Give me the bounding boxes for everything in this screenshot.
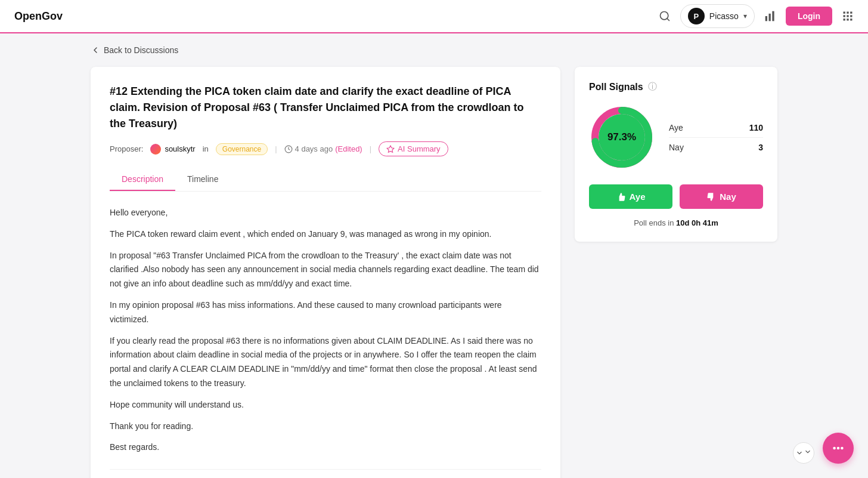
aye-count: 110 bbox=[749, 123, 763, 132]
aye-row: Aye 110 bbox=[669, 118, 763, 138]
para-0: Hello everyone, bbox=[110, 206, 541, 220]
grid-icon-button[interactable] bbox=[842, 10, 854, 22]
proposal-card: #12 Extending the PICA token claim date … bbox=[91, 67, 560, 478]
aye-button[interactable]: Aye bbox=[589, 184, 672, 209]
nay-count: 3 bbox=[758, 143, 763, 152]
poll-percentage: 97.3% bbox=[607, 131, 636, 143]
proposer-name: soulskytr bbox=[150, 144, 195, 155]
svg-line-1 bbox=[667, 18, 669, 21]
header: OpenGov P Picasso ▾ Login bbox=[0, 0, 868, 33]
fab-button[interactable] bbox=[823, 433, 854, 464]
poll-header: Poll Signals ⓘ bbox=[589, 81, 763, 92]
info-icon[interactable]: ⓘ bbox=[648, 81, 657, 92]
time-info: 4 days ago (Edited) bbox=[284, 144, 362, 153]
para-6: Thank you for reading. bbox=[110, 420, 541, 434]
svg-rect-12 bbox=[847, 18, 848, 20]
ai-summary-button[interactable]: AI Summary bbox=[379, 141, 448, 156]
para-1: The PICA token reward claim event , whic… bbox=[110, 227, 541, 242]
proposal-title: #12 Extending the PICA token claim date … bbox=[110, 84, 541, 132]
edited-label: (Edited) bbox=[335, 144, 362, 153]
header-right: P Picasso ▾ Login bbox=[659, 4, 854, 28]
nay-button[interactable]: Nay bbox=[680, 184, 763, 209]
avatar: P bbox=[688, 8, 705, 24]
tab-timeline[interactable]: Timeline bbox=[175, 168, 230, 191]
poll-card: Poll Signals ⓘ 97.3% bbox=[575, 67, 777, 242]
post-actions: 36 0 Share bbox=[110, 469, 541, 478]
para-3: In my opinion proposal #63 has miss info… bbox=[110, 298, 541, 327]
donut-chart: 97.3% bbox=[589, 104, 655, 170]
poll-ends: Poll ends in 10d 0h 41m bbox=[589, 218, 763, 227]
svg-rect-7 bbox=[850, 12, 852, 14]
tab-description[interactable]: Description bbox=[110, 168, 175, 191]
svg-rect-11 bbox=[844, 18, 845, 20]
para-5: Hope community will understand us. bbox=[110, 398, 541, 412]
svg-rect-10 bbox=[850, 15, 852, 17]
search-button[interactable] bbox=[659, 10, 671, 22]
proposer-label: Proposer: bbox=[110, 144, 143, 153]
svg-rect-3 bbox=[768, 14, 770, 21]
svg-point-23 bbox=[833, 448, 835, 449]
login-button[interactable]: Login bbox=[786, 7, 832, 26]
logo: OpenGov bbox=[14, 10, 63, 23]
nay-row: Nay 3 bbox=[669, 138, 763, 157]
category-badge: Governance bbox=[216, 143, 268, 155]
tabs: Description Timeline bbox=[110, 168, 541, 192]
vote-buttons: Aye Nay bbox=[589, 184, 763, 209]
username: Picasso bbox=[709, 11, 739, 21]
svg-point-25 bbox=[841, 448, 843, 449]
svg-rect-5 bbox=[844, 12, 845, 14]
chart-area: 97.3% Aye 110 Nay 3 bbox=[589, 104, 763, 170]
vote-stats: Aye 110 Nay 3 bbox=[669, 118, 763, 157]
back-link[interactable]: Back to Discussions bbox=[91, 45, 777, 55]
para-7: Best regards. bbox=[110, 440, 541, 455]
proposal-meta: Proposer: soulskytr in Governance | 4 da… bbox=[110, 141, 541, 156]
nay-label: Nay bbox=[669, 143, 684, 152]
scroll-down-button[interactable] bbox=[793, 442, 814, 464]
poll-title: Poll Signals bbox=[589, 82, 643, 92]
svg-rect-4 bbox=[772, 11, 774, 21]
para-2: In proposal "#63 Transfer Unclaimed PICA… bbox=[110, 249, 541, 291]
svg-rect-2 bbox=[765, 16, 767, 21]
para-4: If you clearly read the proposal #63 the… bbox=[110, 334, 541, 391]
description-content: Hello everyone, The PICA token reward cl… bbox=[110, 206, 541, 455]
analytics-button[interactable] bbox=[764, 10, 776, 22]
user-menu[interactable]: P Picasso ▾ bbox=[680, 4, 755, 28]
chevron-down-icon: ▾ bbox=[743, 12, 747, 20]
page-content: Back to Discussions #12 Extending the PI… bbox=[76, 33, 792, 478]
main-layout: #12 Extending the PICA token claim date … bbox=[91, 67, 777, 478]
svg-point-24 bbox=[838, 448, 839, 449]
svg-rect-6 bbox=[847, 12, 848, 14]
svg-rect-9 bbox=[847, 15, 848, 17]
svg-rect-13 bbox=[850, 18, 852, 20]
proposer-icon bbox=[150, 144, 161, 155]
svg-rect-8 bbox=[844, 15, 845, 17]
aye-label: Aye bbox=[669, 123, 683, 132]
